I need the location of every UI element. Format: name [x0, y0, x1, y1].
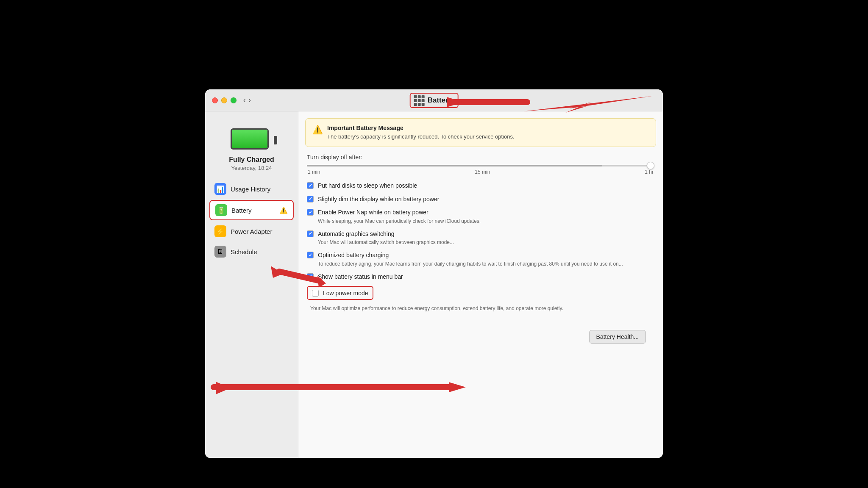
minimize-button[interactable]	[221, 97, 227, 103]
schedule-label: Schedule	[231, 248, 257, 255]
slider-track	[307, 165, 654, 166]
check-icon: ✓	[309, 253, 312, 258]
hard-disks-label: Put hard disks to sleep when possible	[318, 182, 417, 190]
slider-labels: 1 min 15 min 1 hr	[307, 169, 654, 175]
title-center: Battery	[410, 93, 459, 108]
power-adapter-icon: ⚡	[214, 225, 226, 237]
charged-time-label: Yesterday, 18:24	[229, 165, 274, 171]
slider-mid-label: 15 min	[475, 169, 490, 175]
important-banner: ⚠️ Important Battery Message The battery…	[305, 118, 656, 147]
dim-display-checkbox[interactable]: ✓	[307, 196, 314, 202]
hard-disks-checkbox[interactable]: ✓	[307, 182, 314, 189]
checkbox-row-auto-graphics: ✓ Automatic graphics switching Your Mac …	[307, 230, 654, 246]
dim-display-label: Slightly dim the display while on batter…	[318, 195, 439, 204]
show-status-checkbox[interactable]: ✓	[307, 273, 314, 280]
power-nap-checkbox-wrapper[interactable]: ✓	[307, 209, 314, 216]
sidebar-nav: 📊 Usage History 🔋 Battery ⚠️ ⚡ Power Ada…	[205, 180, 298, 263]
fully-charged-label: Fully Charged	[229, 156, 274, 164]
nav-arrows: ‹ ›	[243, 96, 251, 105]
banner-content: Important Battery Message The battery's …	[327, 125, 515, 141]
low-power-row: Low power mode	[307, 286, 373, 300]
dim-display-label-group: Slightly dim the display while on batter…	[318, 195, 439, 204]
usage-history-icon: 📊	[214, 183, 226, 195]
hard-disks-label-group: Put hard disks to sleep when possible	[318, 182, 417, 190]
display-slider-container[interactable]	[307, 165, 654, 166]
back-arrow[interactable]: ‹	[243, 96, 246, 105]
optimized-charging-sublabel: To reduce battery aging, your Mac learns…	[318, 261, 623, 268]
power-nap-label: Enable Power Nap while on battery power	[318, 208, 481, 217]
settings-window: ‹ › Battery	[205, 89, 663, 458]
window-title: Battery	[428, 96, 453, 105]
sidebar-item-battery[interactable]: 🔋 Battery ⚠️	[209, 200, 294, 220]
checkbox-row-dim-display: ✓ Slightly dim the display while on batt…	[307, 195, 654, 204]
close-button[interactable]	[212, 97, 218, 103]
grid-icon	[414, 95, 424, 105]
low-power-checkbox-wrapper[interactable]	[312, 290, 319, 297]
checkbox-row-power-nap: ✓ Enable Power Nap while on battery powe…	[307, 208, 654, 225]
checkbox-row-hard-disks: ✓ Put hard disks to sleep when possible	[307, 182, 654, 190]
usage-history-label: Usage History	[231, 186, 270, 193]
show-status-label: Show battery status in menu bar	[318, 273, 403, 281]
checkbox-row-optimized-charging: ✓ Optimized battery charging To reduce b…	[307, 251, 654, 267]
sidebar-item-schedule[interactable]: 🗓 Schedule	[209, 242, 294, 261]
optimized-charging-label-group: Optimized battery charging To reduce bat…	[318, 251, 623, 267]
check-icon: ✓	[309, 274, 312, 279]
power-nap-sublabel: While sleeping, your Mac can periodicall…	[318, 218, 481, 225]
battery-health-button[interactable]: Battery Health...	[589, 330, 646, 344]
title-bar: ‹ › Battery	[205, 89, 663, 111]
auto-graphics-checkbox-wrapper[interactable]: ✓	[307, 230, 314, 237]
slider-thumb	[647, 162, 654, 169]
check-icon: ✓	[309, 197, 312, 201]
hard-disks-checkbox-wrapper[interactable]: ✓	[307, 182, 314, 189]
battery-sidebar-label: Battery	[231, 207, 252, 214]
schedule-icon: 🗓	[214, 246, 226, 258]
optimized-charging-checkbox-wrapper[interactable]: ✓	[307, 252, 314, 258]
show-status-label-group: Show battery status in menu bar	[318, 273, 403, 281]
optimized-charging-label: Optimized battery charging	[318, 251, 623, 260]
fullscreen-button[interactable]	[231, 97, 236, 103]
battery-warning-icon: ⚠️	[279, 206, 288, 214]
low-power-label: Low power mode	[323, 290, 368, 297]
banner-title: Important Battery Message	[327, 125, 515, 131]
auto-graphics-checkbox[interactable]: ✓	[307, 230, 314, 237]
optimized-charging-checkbox[interactable]: ✓	[307, 252, 314, 258]
check-icon: ✓	[309, 183, 312, 188]
low-power-checkbox[interactable]	[312, 290, 319, 297]
battery-tip	[274, 136, 277, 144]
forward-arrow[interactable]: ›	[248, 96, 251, 105]
battery-sidebar-icon: 🔋	[215, 204, 227, 216]
auto-graphics-label: Automatic graphics switching	[318, 230, 454, 238]
battery-icon-container	[231, 128, 273, 152]
display-off-label: Turn display off after:	[307, 154, 654, 161]
banner-text: The battery's capacity is significantly …	[327, 133, 515, 141]
sidebar-item-power-adapter[interactable]: ⚡ Power Adapter	[209, 222, 294, 241]
right-panel: ⚠️ Important Battery Message The battery…	[298, 111, 663, 458]
settings-section: Turn display off after: 1 min 15 min 1 h…	[298, 147, 663, 323]
sidebar-item-usage-history[interactable]: 📊 Usage History	[209, 180, 294, 198]
battery-fill	[232, 130, 267, 148]
power-nap-label-group: Enable Power Nap while on battery power …	[318, 208, 481, 225]
checkbox-row-show-status: ✓ Show battery status in menu bar	[307, 273, 654, 281]
check-icon: ✓	[309, 231, 312, 236]
title-box: Battery	[410, 93, 459, 108]
check-icon: ✓	[309, 210, 312, 215]
battery-icon-wrapper	[231, 128, 273, 152]
auto-graphics-label-group: Automatic graphics switching Your Mac wi…	[318, 230, 454, 246]
dim-display-checkbox-wrapper[interactable]: ✓	[307, 196, 314, 202]
battery-body	[231, 128, 269, 150]
show-status-checkbox-wrapper[interactable]: ✓	[307, 273, 314, 280]
slider-fill	[307, 165, 602, 166]
slider-min-label: 1 min	[308, 169, 320, 175]
traffic-lights	[212, 97, 236, 103]
auto-graphics-sublabel: Your Mac will automatically switch betwe…	[318, 239, 454, 246]
sidebar: Fully Charged Yesterday, 18:24 📊 Usage H…	[205, 111, 298, 458]
slider-max-label: 1 hr	[645, 169, 654, 175]
battery-text-section: Fully Charged Yesterday, 18:24	[229, 156, 274, 171]
main-content: Fully Charged Yesterday, 18:24 📊 Usage H…	[205, 111, 663, 458]
low-power-sublabel: Your Mac will optimize performance to re…	[307, 305, 654, 312]
checkbox-row-low-power: Low power mode	[307, 286, 654, 302]
power-adapter-label: Power Adapter	[231, 228, 272, 235]
banner-warning-icon: ⚠️	[312, 125, 323, 135]
power-nap-checkbox[interactable]: ✓	[307, 209, 314, 216]
